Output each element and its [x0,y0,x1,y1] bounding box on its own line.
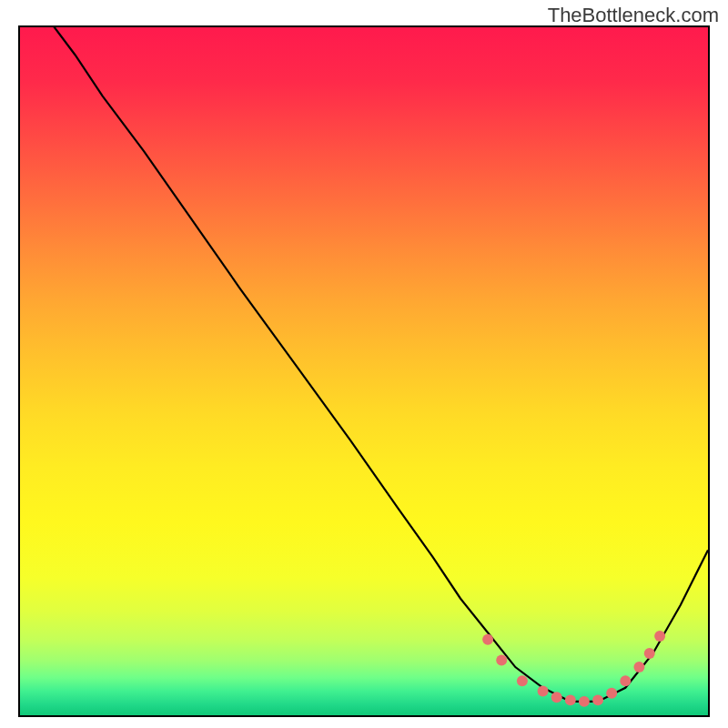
fit-marker [654,631,665,642]
chart-container: TheBottleneck.com [0,0,728,728]
fit-marker [538,686,549,697]
fit-marker [633,662,644,672]
plot-area [18,25,710,717]
fit-marker [579,696,590,707]
fit-marker [592,694,603,705]
gradient-background [20,27,708,715]
fit-marker [482,634,493,645]
fit-marker [551,692,562,703]
fit-marker [606,688,617,699]
fit-marker [565,694,576,705]
fit-marker [517,675,528,686]
plot-svg [20,27,708,715]
watermark-text: TheBottleneck.com [548,4,719,27]
fit-marker [644,648,655,659]
fit-marker [496,655,507,666]
fit-marker [620,675,631,686]
